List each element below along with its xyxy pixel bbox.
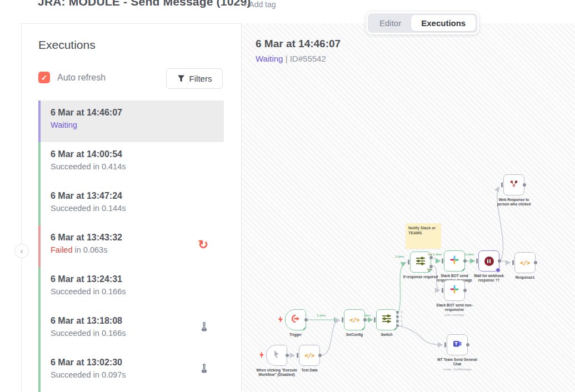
tab-editor[interactable]: Editor [369,15,411,31]
execution-duration: in 0.063s [75,245,108,254]
execution-item[interactable]: 6 Mar at 13:24:31 Succeeded in 0.166s [38,267,224,309]
cursor-icon [273,350,281,361]
execution-item-waiting[interactable]: 6 Mar at 14:46:07 Waiting [38,100,224,142]
node-label: Switch [365,333,408,337]
node-subtitle: create: chatMessage [436,368,479,371]
slack-icon [450,255,459,267]
execution-item[interactable]: 6 Mar at 13:18:08 Succeeded in 0.166s [38,309,224,350]
node-trigger[interactable]: ✓ Trigger [285,309,306,330]
execution-item-failed[interactable]: 6 Mar at 13:43:32 Failed in 0.063s ↻ [38,225,224,267]
execution-time: 6 Mar at 14:00:54 [51,149,126,159]
executions-sidebar: Executions ✓ Auto refresh Filters 6 Mar … [21,23,242,392]
flask-icon [200,322,208,334]
execution-status: Succeeded [51,162,91,171]
items-count-label: 1 item [433,253,442,256]
view-tabs: Editor Executions [366,12,479,34]
lightning-icon [259,350,264,360]
node-wait-for-webhook[interactable]: Wait for webhook response ?? [478,250,499,272]
flask-icon [200,364,208,375]
node-label: Trigger [274,333,317,337]
node-label: Web Response to person who clicked [496,198,532,207]
filters-button[interactable]: Filters [166,68,223,89]
workflow-header: JRA: MODULE - Send Message (1029) + Add … [0,0,575,23]
status-color-bar [38,100,41,142]
node-manual-trigger-disabled[interactable]: When clicking "Execute Workflow" (Disabl… [266,345,287,366]
add-tag-button[interactable]: + Add tag [243,0,276,9]
node-ms-teams[interactable]: MT Team Send General Chatcreate: chatMes… [447,334,468,355]
node-response1[interactable]: </> Response1 [514,252,536,273]
waiting-clock-icon [496,268,501,273]
execution-status: Succeeded [51,329,91,338]
execution-item[interactable]: 6 Mar at 13:02:30 Succeeded in 0.097s [38,350,224,392]
execution-time: 6 Mar at 13:47:24 [51,191,126,201]
node-setconfig[interactable]: </> ✓ SetConfig [344,309,365,330]
items-count-label: 1 item [317,314,326,317]
status-color-bar [38,184,41,225]
pause-icon [484,257,494,266]
sidebar-collapse-button[interactable]: ‹ [14,244,29,258]
execution-duration: in 0.097s [93,370,126,379]
node-subtitle: post: message [433,313,476,317]
node-web-response[interactable]: Web Response to person who clicked [503,174,524,195]
node-label: Test Data [288,368,331,373]
auto-refresh-label: Auto refresh [57,73,106,83]
node-label: MT Team Send General Chatcreate: chatMes… [436,358,479,371]
executions-list: 6 Mar at 14:46:07 Waiting 6 Mar at 14:00… [38,100,224,392]
execution-status: Succeeded [51,287,91,296]
node-label: Slack BOT send non-responsivepost: messa… [433,303,476,317]
slack-icon [450,285,459,296]
node-switch[interactable]: 0 1 2 3 ✓ Switch [376,309,397,330]
execution-time: 6 Mar at 13:24:31 [51,274,126,284]
execution-status: Succeeded [51,204,91,213]
sticky-note[interactable]: Notify Slack or TEAMS [406,223,441,249]
execution-time: 6 Mar at 13:02:30 [51,358,126,368]
tab-executions[interactable]: Executions [411,15,476,31]
success-check-icon: ✓ [427,269,432,274]
execution-time: 6 Mar at 13:18:08 [51,316,126,326]
webhook-icon [291,314,301,325]
status-color-bar [38,267,41,309]
execution-status: Waiting [51,120,77,129]
retry-icon[interactable]: ↻ [198,239,208,251]
status-color-bar [38,350,41,392]
success-check-icon: ✓ [302,326,307,331]
node-slack-responsive[interactable]: ✓ Slack BOT send responsive messagepost:… [444,250,465,272]
n8n-app: JRA: MODULE - Send Message (1029) + Add … [0,0,575,392]
execution-status: Failed [51,245,73,254]
execution-duration: in 0.144s [93,204,126,213]
status-color-bar [38,142,41,184]
status-color-bar [38,225,41,267]
execution-time: 6 Mar at 14:46:07 [51,108,122,118]
switch-icon [382,314,392,325]
items-count-label: 1 item [395,255,404,258]
execution-item[interactable]: 6 Mar at 13:47:24 Succeeded in 0.144s [38,184,224,225]
switch-icon [416,257,426,268]
execution-duration: in 0.166s [93,287,126,296]
lightning-icon [278,315,283,325]
success-check-icon: ✓ [461,268,466,273]
execution-item[interactable]: 6 Mar at 14:00:54 Succeeded in 0.414s [38,142,224,184]
checkbox-checked-icon[interactable]: ✓ [38,72,50,83]
execution-duration: in 0.166s [93,329,126,338]
workflow-canvas[interactable]: 6 Mar at 14:46:07 Waiting | ID#55542 [242,23,575,392]
sidebar-heading: Executions [38,38,96,52]
node-if-response-required[interactable]: true false ✓ If response required [410,252,431,273]
teams-icon [453,339,462,350]
switch-outputs: 0 1 2 3 [396,311,399,327]
status-color-bar [38,309,41,350]
filters-label: Filters [189,74,212,83]
execution-time: 6 Mar at 13:43:32 [51,233,122,243]
execution-status: Succeeded [51,370,91,379]
sidebar-controls: ✓ Auto refresh Filters [38,68,223,88]
items-count-label: 1 item [465,253,474,256]
node-label: Response1 [503,275,547,280]
workflow-title[interactable]: JRA: MODULE - Send Message (1029) [38,0,251,8]
node-slack-nonresponsive[interactable]: Slack BOT send non-responsivepost: messa… [444,280,465,301]
respond-webhook-icon [509,180,518,190]
auto-refresh-toggle[interactable]: ✓ Auto refresh [38,72,106,83]
execution-duration: in 0.414s [93,162,126,171]
node-test-data[interactable]: </> Test Data [299,345,320,366]
code-icon: </> [304,352,314,359]
code-icon: </> [349,316,359,323]
code-icon: </> [520,259,529,266]
